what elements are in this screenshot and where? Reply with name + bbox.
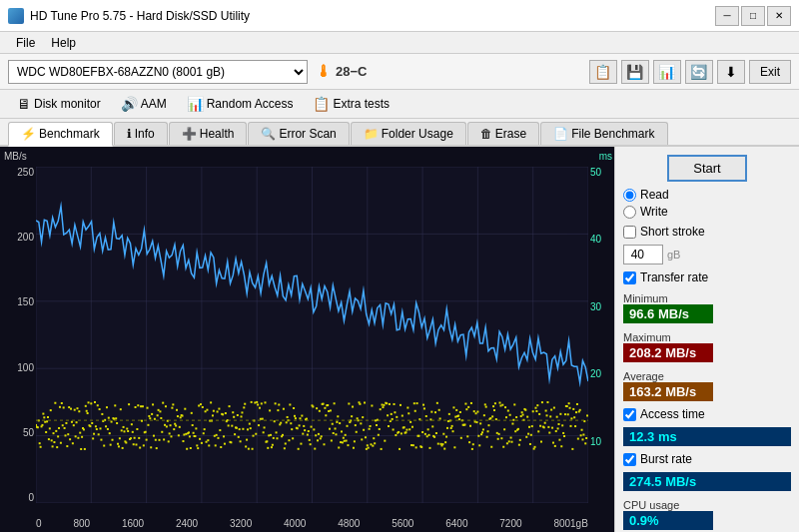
x-axis: 0 800 1600 2400 3200 4000 4800 5600 6400…	[36, 518, 588, 529]
disk-monitor-icon: 🖥	[17, 96, 31, 112]
title-bar: HD Tune Pro 5.75 - Hard Disk/SSD Utility…	[0, 0, 799, 32]
chart-canvas-container	[36, 167, 588, 503]
app-icon	[8, 8, 24, 24]
tab-folder-usage[interactable]: 📁Folder Usage	[351, 122, 466, 145]
tab-benchmark[interactable]: ⚡Benchmark	[8, 122, 113, 147]
read-write-group: Read Write	[623, 188, 791, 219]
drive-bar: WDC WD80EFBX-68AZZN0 (8001 gB) 🌡 28−C 📋 …	[0, 54, 799, 90]
drive-selector[interactable]: WDC WD80EFBX-68AZZN0 (8001 gB)	[8, 60, 308, 84]
main-content: 250 200 150 100 50 0 50 40 30 20 10 MB/s…	[0, 147, 799, 532]
benchmark-tab-icon: ⚡	[21, 127, 36, 141]
burst-rate-label[interactable]: Burst rate	[623, 452, 791, 466]
close-button[interactable]: ✕	[767, 6, 791, 26]
burst-rate-checkbox[interactable]	[623, 453, 636, 466]
write-radio[interactable]	[623, 206, 636, 219]
menu-help[interactable]: Help	[43, 34, 84, 52]
maximum-value: 208.2 MB/s	[623, 343, 713, 362]
aam-icon: 🔊	[121, 96, 138, 112]
chart-area: 250 200 150 100 50 0 50 40 30 20 10 MB/s…	[0, 147, 614, 532]
access-time-checkbox[interactable]	[623, 408, 636, 421]
minimize-button[interactable]: ─	[715, 6, 739, 26]
y-left-unit: MB/s	[4, 151, 27, 162]
tab-info[interactable]: ℹInfo	[114, 122, 168, 145]
info-icon-btn[interactable]: 💾	[621, 60, 649, 84]
read-radio[interactable]	[623, 189, 636, 202]
cpu-stat: CPU usage 0.9%	[623, 497, 791, 530]
minimum-stat: Minimum 96.6 MB/s	[623, 290, 791, 323]
access-time-value: 12.3 ms	[623, 427, 791, 446]
toolbar-extra-tests[interactable]: 📋 Extra tests	[304, 93, 399, 115]
menu-file[interactable]: File	[8, 34, 43, 52]
start-button[interactable]: Start	[667, 155, 747, 182]
y-axis-right: 50 40 30 20 10	[590, 167, 610, 503]
maximum-stat: Maximum 208.2 MB/s	[623, 329, 791, 362]
block-size-input[interactable]	[623, 245, 663, 265]
right-panel: Start Read Write Short stroke gB Transfe…	[614, 147, 799, 532]
health-tab-icon: ➕	[182, 127, 197, 141]
short-stroke-label[interactable]: Short stroke	[623, 225, 791, 239]
tab-file-benchmark[interactable]: 📄File Benchmark	[540, 122, 667, 145]
block-size-row: gB	[623, 245, 791, 265]
y-axis-left: 250 200 150 100 50 0	[4, 167, 34, 503]
tab-erase[interactable]: 🗑Erase	[467, 122, 539, 145]
random-access-icon: 📊	[187, 96, 204, 112]
short-stroke-checkbox[interactable]	[623, 226, 636, 239]
maximize-button[interactable]: □	[741, 6, 765, 26]
cpu-usage-value: 0.9%	[623, 511, 713, 530]
file-benchmark-tab-icon: 📄	[553, 127, 568, 141]
drive-action-icons: 📋 💾 📊 🔄 ⬇ Exit	[589, 60, 791, 84]
read-radio-label[interactable]: Read	[623, 188, 791, 202]
folder-usage-tab-icon: 📁	[364, 127, 379, 141]
extra-tests-icon: 📋	[313, 96, 330, 112]
burst-rate-value: 274.5 MB/s	[623, 472, 791, 491]
transfer-rate-label[interactable]: Transfer rate	[623, 270, 791, 284]
menu-bar: File Help	[0, 32, 799, 54]
window-title: HD Tune Pro 5.75 - Hard Disk/SSD Utility	[30, 9, 250, 23]
benchmark-chart	[36, 167, 588, 503]
error-scan-tab-icon: 🔍	[261, 127, 276, 141]
thermometer-icon: 🌡	[316, 63, 332, 81]
toolbar-random-access[interactable]: 📊 Random Access	[178, 93, 303, 115]
toolbar-aam[interactable]: 🔊 AAM	[112, 93, 176, 115]
access-time-label[interactable]: Access time	[623, 407, 791, 421]
minimum-value: 96.6 MB/s	[623, 304, 713, 323]
copy-icon-btn[interactable]: 📋	[589, 60, 617, 84]
y-right-unit: ms	[599, 151, 612, 162]
download-icon-btn[interactable]: ⬇	[717, 60, 745, 84]
info-tab-icon: ℹ	[127, 127, 132, 141]
erase-tab-icon: 🗑	[480, 127, 492, 141]
tab-error-scan[interactable]: 🔍Error Scan	[248, 122, 349, 145]
tab-health[interactable]: ➕Health	[169, 122, 248, 145]
write-radio-label[interactable]: Write	[623, 205, 791, 219]
average-value: 163.2 MB/s	[623, 382, 713, 401]
toolbar-disk-monitor[interactable]: 🖥 Disk monitor	[8, 93, 110, 115]
tab-bar: ⚡Benchmark ℹInfo ➕Health 🔍Error Scan 📁Fo…	[0, 119, 799, 147]
exit-button[interactable]: Exit	[749, 60, 791, 84]
chart-icon-btn[interactable]: 📊	[653, 60, 681, 84]
toolbar: 🖥 Disk monitor 🔊 AAM 📊 Random Access 📋 E…	[0, 90, 799, 119]
average-stat: Average 163.2 MB/s	[623, 368, 791, 401]
transfer-rate-checkbox[interactable]	[623, 271, 636, 284]
temperature-display: 🌡 28−C	[316, 63, 367, 81]
refresh-icon-btn[interactable]: 🔄	[685, 60, 713, 84]
